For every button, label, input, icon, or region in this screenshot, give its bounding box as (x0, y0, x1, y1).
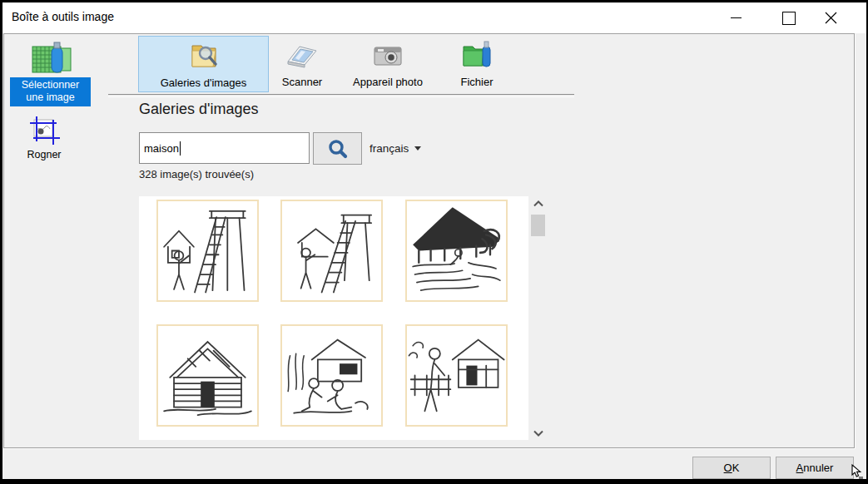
sidebar-item-crop[interactable] (28, 116, 62, 147)
search-button[interactable] (313, 132, 362, 165)
search-icon (327, 138, 349, 160)
sidebar-item-crop-label: Rogner (11, 149, 77, 161)
sketch-image (282, 326, 381, 425)
search-text: maison (144, 142, 179, 155)
scanner-icon (285, 40, 319, 72)
gallery-thumbnail[interactable] (405, 324, 508, 427)
title-bar: Boîte à outils image (2, 2, 866, 33)
camera-icon (371, 40, 404, 72)
dialog-window: Boîte à outils image Sélectionner une im… (2, 2, 866, 479)
scroll-down-button[interactable] (530, 426, 546, 440)
tab-camera[interactable]: Appareil photo (342, 36, 434, 91)
window-title: Boîte à outils image (12, 10, 114, 23)
language-dropdown[interactable]: français (370, 140, 421, 156)
minimize-icon (731, 17, 742, 18)
close-button[interactable] (815, 6, 846, 30)
tab-label: Appareil photo (342, 77, 434, 88)
gallery-thumbnail[interactable] (280, 200, 383, 302)
chevron-up-icon (533, 200, 543, 207)
sketch-image (407, 326, 506, 425)
gallery-thumbnail[interactable] (405, 200, 508, 302)
cancel-button[interactable]: Annuler (776, 457, 854, 479)
text-caret (180, 141, 181, 156)
sidebar-item-select-image[interactable] (27, 42, 79, 77)
mouse-cursor-icon (851, 464, 865, 480)
tab-label: Fichier (439, 77, 515, 88)
gallery-thumbnail[interactable] (156, 324, 259, 427)
sketch-image (158, 326, 257, 425)
tab-label: Scanner (266, 77, 338, 88)
sketch-image (407, 201, 506, 300)
tab-label: Galeries d'images (139, 77, 268, 89)
tab-scanner[interactable]: Scanner (266, 36, 338, 91)
language-label: français (370, 142, 409, 155)
tab-file[interactable]: Fichier (439, 36, 515, 91)
maximize-button[interactable] (773, 6, 805, 30)
minimize-button[interactable] (720, 6, 751, 30)
folder-search-icon (187, 41, 221, 72)
folder-usb-icon (460, 40, 494, 72)
gallery-thumbnail[interactable] (156, 200, 259, 302)
maximize-icon (782, 12, 796, 25)
gallery-heading: Galeries d'images (139, 101, 259, 118)
search-input[interactable]: maison (139, 132, 310, 164)
sketch-image (282, 201, 381, 300)
gallery-grid (139, 196, 528, 440)
gallery-scrollbar[interactable] (530, 196, 546, 440)
sketch-image (158, 201, 257, 300)
scrollbar-thumb[interactable] (531, 215, 545, 236)
close-icon (825, 12, 837, 24)
ok-button[interactable]: OK (692, 457, 771, 479)
scroll-up-button[interactable] (530, 196, 546, 210)
chevron-down-icon (414, 146, 421, 151)
tabs-separator (108, 94, 574, 97)
gallery-thumbnail[interactable] (280, 324, 383, 427)
crop-icon (28, 116, 62, 147)
results-count: 328 image(s) trouvée(s) (139, 168, 254, 180)
chevron-down-icon (533, 430, 543, 437)
sidebar-item-select-image-label[interactable]: Sélectionner une image (10, 77, 91, 106)
select-image-icon (27, 42, 79, 77)
tab-image-galleries[interactable]: Galeries d'images (138, 36, 269, 92)
